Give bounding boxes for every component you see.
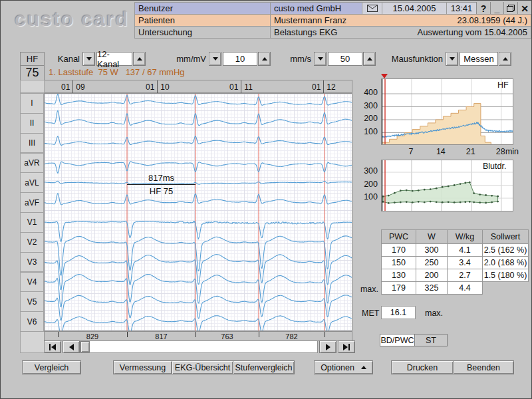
lead-label-III: III bbox=[20, 133, 44, 154]
mmmv-value-field[interactable]: 10 bbox=[223, 52, 257, 66]
kanal-dropdown-button[interactable] bbox=[82, 52, 95, 66]
bp-sys-point bbox=[469, 182, 471, 184]
pwc-header-Sollwert: Sollwert bbox=[482, 229, 529, 244]
pwc-cell: 200 bbox=[416, 269, 448, 282]
rr-value: 829 bbox=[86, 332, 98, 340]
lead-label-V4: V4 bbox=[20, 272, 44, 293]
mail-button[interactable] bbox=[362, 2, 382, 15]
ecg-trace-V3 bbox=[45, 255, 352, 290]
bp-sys-point bbox=[388, 195, 390, 197]
max-row-label: max. bbox=[359, 285, 378, 294]
pwc-cell: 4.1 bbox=[447, 243, 483, 257]
hf-value-cell: 75 bbox=[20, 65, 45, 80]
time-label-sec: 10 bbox=[160, 82, 169, 92]
mmmv-dropdown-button[interactable] bbox=[209, 52, 221, 66]
ecg-scrollbar[interactable] bbox=[44, 340, 352, 353]
ruler-tick bbox=[323, 80, 324, 94]
mausfunktion-dropdown-button[interactable] bbox=[446, 52, 458, 66]
hf-label-cell: HF bbox=[20, 52, 45, 66]
kanal-label: Kanal bbox=[48, 52, 80, 66]
pwc-max-cell: 325 bbox=[416, 281, 448, 295]
pwc-cell: 2.0 (168 %) bbox=[482, 256, 529, 269]
time-label-sec: 09 bbox=[76, 82, 84, 92]
ecg-trace-aVF bbox=[45, 194, 352, 205]
lead-label-I: I bbox=[20, 93, 44, 114]
help-button[interactable]: ? bbox=[476, 2, 490, 15]
bp-dia-point bbox=[497, 201, 499, 203]
chevron-up-icon bbox=[367, 57, 372, 61]
lead-label-V5: V5 bbox=[20, 291, 44, 312]
scroll-left-button[interactable] bbox=[63, 340, 80, 353]
minimize-button[interactable]: _ bbox=[490, 2, 503, 15]
drucken-button[interactable]: Drucken bbox=[391, 360, 454, 374]
patient-name: Mustermann Franz bbox=[274, 15, 346, 25]
hf-ytick-label: 200 bbox=[358, 114, 378, 123]
hf-chart-title: HF bbox=[497, 80, 509, 90]
chevron-down-icon bbox=[318, 57, 323, 61]
cursor-marker-icon[interactable] bbox=[381, 74, 388, 78]
header-time-text: 13:41 bbox=[451, 3, 473, 13]
kanal-value-field[interactable]: 12-Kanal bbox=[96, 52, 132, 66]
hf-chart-plot[interactable] bbox=[381, 78, 513, 145]
ecg-trace-aVR bbox=[45, 162, 352, 174]
time-label: 0109 bbox=[61, 82, 85, 92]
tab-bd-pwc[interactable]: BD/PWC bbox=[380, 334, 415, 346]
bp-chart-title: Blutdr. bbox=[483, 162, 506, 171]
optionen-button[interactable]: Optionen bbox=[314, 360, 373, 374]
ekg-uebersicht-button[interactable]: EKG-Übersicht bbox=[172, 360, 233, 374]
beenden-button[interactable]: Beenden bbox=[453, 360, 514, 374]
scroll-right-button[interactable] bbox=[319, 340, 336, 353]
rr-tick bbox=[325, 332, 325, 337]
bp-sys-point bbox=[448, 186, 450, 188]
header-patienten-label: Patienten bbox=[134, 14, 271, 27]
measurement-hf-label: HF 75 bbox=[127, 186, 196, 196]
bp-dia-point bbox=[430, 201, 432, 203]
scroll-start-button[interactable] bbox=[44, 340, 61, 353]
close-button[interactable]: ✕ bbox=[517, 2, 531, 15]
vergleich-label: Vergleich bbox=[35, 363, 68, 372]
vermessung-button[interactable]: Vermessung bbox=[113, 360, 172, 374]
met-value: 16.1 bbox=[390, 308, 406, 317]
ecg-trace-V4 bbox=[45, 275, 352, 307]
header-untersuchung-label: Untersuchung bbox=[134, 26, 271, 39]
mms-spinner-button[interactable] bbox=[363, 52, 376, 66]
mausfunktion-value-field[interactable]: Messen bbox=[460, 52, 498, 66]
mms-dropdown-button[interactable] bbox=[314, 52, 327, 66]
kanal-spinner-button[interactable] bbox=[133, 52, 146, 66]
bp-sys-point bbox=[418, 190, 420, 192]
mausfunktion-spinner-button[interactable] bbox=[499, 52, 511, 66]
load-stage-status: 1. Laststufe 75 W 137 / 67 mmHg bbox=[49, 67, 185, 77]
mail-icon bbox=[367, 5, 378, 12]
ecg-plot[interactable]: 817msHF 75 bbox=[44, 93, 352, 331]
lead-label-aVL: aVL bbox=[20, 172, 44, 193]
vergleich-button[interactable]: Vergleich bbox=[22, 360, 81, 374]
bp-dia-point bbox=[464, 201, 466, 203]
mmmv-spinner-button[interactable] bbox=[258, 52, 271, 66]
rr-value: 817 bbox=[155, 332, 167, 340]
scrollbar-track[interactable] bbox=[80, 340, 318, 353]
rr-value: 782 bbox=[285, 332, 297, 340]
ecg-trace-II bbox=[45, 110, 352, 126]
lead-label-V6: V6 bbox=[20, 311, 44, 332]
pwc-cell: 2.5 (162 %) bbox=[482, 243, 529, 257]
hf-chart-svg bbox=[382, 79, 513, 144]
stufenvergleich-button[interactable]: Stufenvergleich bbox=[233, 360, 295, 374]
ruler-tick bbox=[72, 80, 73, 94]
tab-st[interactable]: ST bbox=[414, 334, 448, 346]
restore-button[interactable] bbox=[503, 2, 517, 15]
vermessung-label: Vermessung bbox=[120, 363, 166, 372]
header-date: 15.04.2005 bbox=[382, 2, 447, 15]
bp-dia-point bbox=[388, 202, 390, 204]
pwc-cell: 3.4 bbox=[447, 256, 483, 269]
hf-label: HF bbox=[27, 54, 38, 64]
chevron-down-icon bbox=[213, 57, 218, 61]
pwc-max-cell: 4.4 bbox=[447, 281, 483, 295]
scrollbar-thumb[interactable] bbox=[80, 341, 90, 352]
kanal-value-text: 12-Kanal bbox=[97, 49, 132, 69]
rr-tick bbox=[259, 332, 259, 337]
mms-value-field[interactable]: 50 bbox=[328, 52, 362, 66]
scroll-end-button[interactable] bbox=[338, 340, 355, 353]
kanal-label-text: Kanal bbox=[58, 54, 80, 64]
header-exam-row: Belastungs EKG Auswertung vom 15.04.2005 bbox=[270, 26, 531, 39]
load-profile-area bbox=[382, 104, 513, 144]
